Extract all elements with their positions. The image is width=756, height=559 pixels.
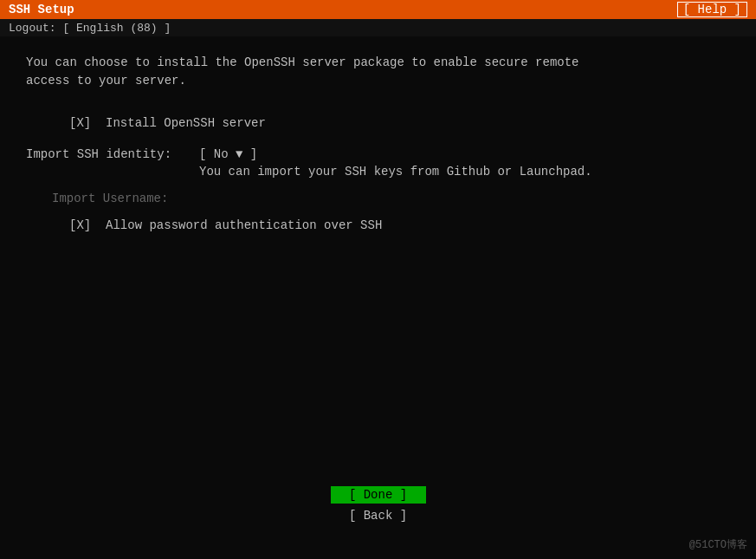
allow-password-label: Allow password authentication over SSH — [106, 218, 382, 232]
logout-text: Logout: [ English (88) ] — [9, 22, 171, 35]
install-ssh-row[interactable]: [X] Install OpenSSH server — [69, 116, 730, 130]
watermark: @51CTO博客 — [689, 537, 747, 552]
description-line2: access to your server. — [26, 72, 730, 90]
top-bar-title: SSH Setup — [9, 3, 74, 16]
import-username-row: Import Username: — [26, 192, 730, 205]
install-ssh-label: Install OpenSSH server — [106, 116, 266, 130]
main-content: You can choose to install the OpenSSH se… — [0, 36, 756, 559]
install-ssh-checkbox[interactable]: [X] — [69, 116, 91, 130]
back-button[interactable]: [ Back ] — [331, 507, 426, 524]
allow-password-row[interactable]: [X] Allow password authentication over S… — [69, 218, 730, 232]
description-line1: You can choose to install the OpenSSH se… — [26, 54, 730, 72]
import-identity-control: [ No ▼ ] You can import your SSH keys fr… — [199, 147, 592, 179]
terminal-container: SSH Setup [ Help ] Logout: [ English (88… — [0, 0, 756, 559]
logout-bar: Logout: [ English (88) ] — [0, 19, 756, 36]
allow-password-checkbox[interactable]: [X] — [69, 218, 91, 232]
buttons-container: [ Done ] [ Back ] — [26, 486, 730, 524]
description: You can choose to install the OpenSSH se… — [26, 54, 730, 90]
import-identity-hint: You can import your SSH keys from Github… — [199, 165, 592, 179]
top-bar-help[interactable]: [ Help ] — [677, 2, 747, 17]
top-bar: SSH Setup [ Help ] — [0, 0, 756, 19]
import-username-label: Import Username: — [52, 192, 168, 205]
done-button[interactable]: [ Done ] — [331, 486, 426, 504]
import-identity-row: Import SSH identity: [ No ▼ ] You can im… — [26, 147, 730, 179]
import-identity-label: Import SSH identity: — [26, 147, 199, 161]
import-identity-dropdown[interactable]: [ No ▼ ] — [199, 147, 592, 161]
